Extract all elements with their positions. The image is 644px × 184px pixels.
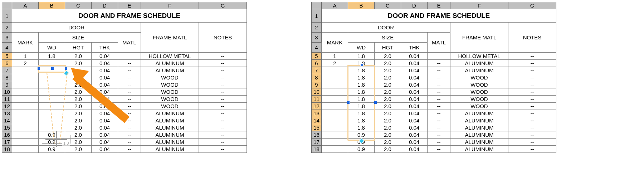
cell[interactable]: -- bbox=[428, 67, 450, 74]
cell[interactable]: -- bbox=[428, 139, 450, 146]
cell[interactable]: ALUMINUM bbox=[141, 124, 199, 131]
cell[interactable]: 2 bbox=[322, 60, 348, 67]
cell[interactable]: 0.04 bbox=[401, 139, 428, 146]
col-header-A[interactable]: A bbox=[322, 2, 348, 9]
cell[interactable]: ALUMINUM bbox=[450, 67, 508, 74]
cell[interactable]: 1.8 bbox=[348, 81, 375, 88]
cell[interactable]: WOOD bbox=[141, 74, 199, 81]
size-header[interactable]: SIZE bbox=[348, 33, 428, 43]
cell[interactable] bbox=[322, 81, 348, 88]
cell[interactable]: -- bbox=[118, 139, 141, 146]
cell[interactable]: -- bbox=[199, 146, 247, 153]
cell[interactable]: -- bbox=[508, 146, 556, 153]
row-header-7[interactable]: 7 bbox=[2, 67, 12, 74]
cell[interactable]: 1.8 bbox=[348, 110, 375, 117]
cell[interactable]: -- bbox=[199, 124, 247, 131]
cell[interactable]: -- bbox=[118, 117, 141, 124]
row-header-1[interactable]: 1 bbox=[312, 9, 322, 23]
cell[interactable]: 2.0 bbox=[375, 96, 401, 103]
cell[interactable]: 2.0 bbox=[65, 60, 92, 67]
cell[interactable]: -- bbox=[199, 81, 247, 88]
cell[interactable] bbox=[12, 103, 39, 110]
cell[interactable]: -- bbox=[199, 88, 247, 96]
cell[interactable]: -- bbox=[428, 124, 450, 131]
grid-right[interactable]: A B C D E F G 1 DOOR AND FRAME SCHEDULE … bbox=[311, 2, 556, 153]
cell[interactable]: 0.04 bbox=[401, 117, 428, 124]
cell[interactable]: 2.0 bbox=[65, 81, 92, 88]
corner-cell[interactable] bbox=[2, 2, 12, 9]
cell[interactable]: -- bbox=[118, 96, 141, 103]
cell[interactable]: WOOD bbox=[450, 103, 508, 110]
cell[interactable] bbox=[39, 110, 65, 117]
col-header-B[interactable]: B bbox=[348, 2, 375, 9]
cell[interactable] bbox=[12, 117, 39, 124]
cell[interactable] bbox=[322, 146, 348, 153]
row-header-7[interactable]: 7 bbox=[312, 67, 322, 74]
cell[interactable]: 2.0 bbox=[375, 74, 401, 81]
cell[interactable]: 0.04 bbox=[92, 67, 118, 74]
cell[interactable] bbox=[12, 146, 39, 153]
cell[interactable]: -- bbox=[428, 110, 450, 117]
cell[interactable]: 0.9 bbox=[39, 131, 65, 139]
mark-header[interactable]: MARK bbox=[322, 33, 348, 53]
cell[interactable]: -- bbox=[508, 103, 556, 110]
cell[interactable]: -- bbox=[118, 103, 141, 110]
cell[interactable] bbox=[118, 53, 141, 60]
cell[interactable] bbox=[12, 124, 39, 131]
row-header-1[interactable]: 1 bbox=[2, 9, 12, 23]
hgt-header[interactable]: HGT bbox=[375, 43, 401, 53]
cell[interactable] bbox=[39, 81, 65, 88]
row-header-5[interactable]: 5 bbox=[312, 53, 322, 60]
cell[interactable]: WOOD bbox=[141, 103, 199, 110]
row-header-16[interactable]: 16 bbox=[312, 131, 322, 139]
row-header-11[interactable]: 11 bbox=[2, 96, 12, 103]
row-header-11[interactable]: 11 bbox=[312, 96, 322, 103]
col-header-F[interactable]: F bbox=[141, 2, 199, 9]
cell[interactable]: 2.0 bbox=[65, 131, 92, 139]
cell[interactable]: 0.9 bbox=[348, 146, 375, 153]
cell[interactable]: 1.8 bbox=[348, 124, 375, 131]
row-header-17[interactable]: 17 bbox=[2, 139, 12, 146]
corner-cell[interactable] bbox=[312, 2, 322, 9]
cell[interactable]: ALUMINUM bbox=[141, 67, 199, 74]
cell[interactable]: 1 bbox=[322, 53, 348, 60]
row-header-16[interactable]: 16 bbox=[2, 131, 12, 139]
cell[interactable]: 0.9 bbox=[39, 139, 65, 146]
cell[interactable]: -- bbox=[199, 60, 247, 67]
row-header-13[interactable]: 13 bbox=[312, 110, 322, 117]
col-header-C[interactable]: C bbox=[375, 2, 401, 9]
cell[interactable]: 0.9 bbox=[348, 131, 375, 139]
notes-header[interactable]: NOTES bbox=[199, 23, 247, 53]
cell[interactable] bbox=[12, 131, 39, 139]
cell[interactable]: WOOD bbox=[141, 96, 199, 103]
title-cell[interactable]: DOOR AND FRAME SCHEDULE bbox=[322, 9, 556, 23]
cell[interactable]: ALUMINUM bbox=[450, 146, 508, 153]
matl-header[interactable]: MATL bbox=[118, 33, 141, 53]
cell[interactable] bbox=[39, 74, 65, 81]
cell[interactable]: 2.0 bbox=[375, 131, 401, 139]
door-header[interactable]: DOOR bbox=[322, 23, 450, 33]
cell[interactable]: -- bbox=[118, 60, 141, 67]
cell[interactable]: 0.04 bbox=[92, 88, 118, 96]
cell[interactable]: ALUMINUM bbox=[141, 139, 199, 146]
row-header-5[interactable]: 5 bbox=[2, 53, 12, 60]
col-header-A[interactable]: A bbox=[12, 2, 39, 9]
cell[interactable]: ALUMINUM bbox=[450, 117, 508, 124]
row-header-3[interactable]: 3 bbox=[312, 33, 322, 43]
cell[interactable]: 0.04 bbox=[401, 88, 428, 96]
cell[interactable] bbox=[12, 67, 39, 74]
cell[interactable] bbox=[428, 53, 450, 60]
cell[interactable]: 2.0 bbox=[65, 146, 92, 153]
cell[interactable]: 0.04 bbox=[92, 96, 118, 103]
cell[interactable]: -- bbox=[508, 60, 556, 67]
cell[interactable]: 0.04 bbox=[92, 74, 118, 81]
cell[interactable]: 0.9 bbox=[348, 139, 375, 146]
cell[interactable] bbox=[12, 74, 39, 81]
cell[interactable]: 2.0 bbox=[65, 139, 92, 146]
cell[interactable] bbox=[65, 67, 92, 74]
cell[interactable] bbox=[322, 110, 348, 117]
row-header-2[interactable]: 2 bbox=[312, 23, 322, 33]
cell[interactable]: HOLLOW METAL bbox=[141, 53, 199, 60]
cell[interactable]: 0.04 bbox=[401, 131, 428, 139]
cell[interactable]: 1.8 bbox=[348, 60, 375, 67]
